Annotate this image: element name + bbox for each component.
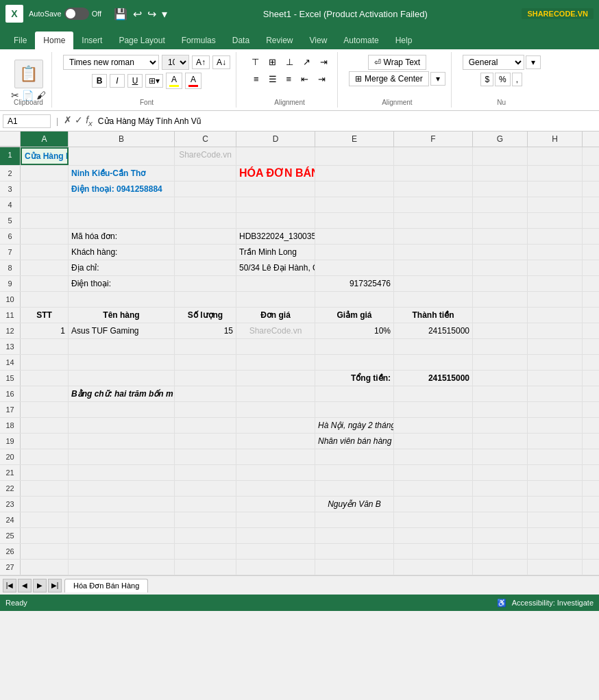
row-number[interactable]: 15 [0, 371, 21, 386]
cell-10-f[interactable] [394, 292, 473, 307]
row-number[interactable]: 10 [0, 292, 21, 307]
cell-21-d[interactable] [236, 465, 315, 480]
cell-1-c[interactable]: ShareCode.vn [175, 147, 236, 165]
cell-9-c[interactable] [175, 276, 236, 291]
row-number[interactable]: 4 [0, 197, 21, 212]
cell-1-g[interactable] [473, 147, 528, 165]
row-number[interactable]: 21 [0, 465, 21, 480]
cell-17-b[interactable] [69, 402, 175, 417]
cell-1-h[interactable] [528, 147, 583, 165]
row-number[interactable]: 12 [0, 323, 21, 338]
cell-10-h[interactable] [528, 292, 583, 307]
cell-3-c[interactable] [175, 182, 236, 197]
cell-16-c[interactable] [175, 386, 236, 401]
cell-16-d[interactable] [236, 386, 315, 401]
save-btn[interactable]: 💾 [112, 6, 129, 22]
cell-11-b[interactable]: Tên hàng [69, 308, 175, 323]
cell-9-b[interactable]: Điện thoại: [69, 276, 175, 291]
cell-27-h[interactable] [528, 560, 583, 575]
cell-23-b[interactable] [69, 497, 175, 512]
cell-6-b[interactable]: Mã hóa đơn: [69, 229, 175, 244]
cell-11-h[interactable] [528, 308, 583, 323]
col-header-b[interactable]: B [69, 132, 175, 147]
cell-22-b[interactable] [69, 481, 175, 496]
col-header-c[interactable]: C [175, 132, 236, 147]
cell-13-d[interactable] [236, 339, 315, 354]
confirm-formula-icon[interactable]: ✓ [75, 114, 83, 127]
row-number[interactable]: 3 [0, 182, 21, 197]
cell-11-g[interactable] [473, 308, 528, 323]
cell-20-d[interactable] [236, 449, 315, 464]
merge-center-btn[interactable]: ⊞ Merge & Center [349, 71, 429, 86]
cell-10-a[interactable] [21, 292, 69, 307]
cell-2-b[interactable]: Ninh Kiều-Cần Thơ [69, 166, 175, 181]
italic-btn[interactable]: I [110, 74, 125, 88]
row-number[interactable]: 14 [0, 355, 21, 370]
row-number[interactable]: 7 [0, 245, 21, 260]
cell-23-c[interactable] [175, 497, 236, 512]
align-top-btn[interactable]: ⊤ [247, 55, 263, 69]
cell-18-f[interactable] [394, 418, 473, 433]
cell-5-h[interactable] [528, 213, 583, 228]
cell-25-c[interactable] [175, 528, 236, 543]
cell-18-e[interactable]: Hà Nội, ngày 2 tháng 3 năm 2024 [315, 418, 394, 433]
align-bottom-btn[interactable]: ⊥ [282, 55, 297, 69]
cell-18-g[interactable] [473, 418, 528, 433]
cell-6-g[interactable] [473, 229, 528, 244]
cell-13-g[interactable] [473, 339, 528, 354]
cell-27-c[interactable] [175, 560, 236, 575]
currency-btn[interactable]: % [495, 73, 511, 86]
tab-page-layout[interactable]: Page Layout [110, 32, 173, 49]
cell-12-a[interactable]: 1 [21, 323, 69, 338]
cell-23-g[interactable] [473, 497, 528, 512]
cell-19-d[interactable] [236, 434, 315, 449]
cell-25-f[interactable] [394, 528, 473, 543]
cell-14-c[interactable] [175, 355, 236, 370]
cell-2-d[interactable]: HÓA ĐƠN BÁN [236, 166, 315, 181]
col-header-a[interactable]: A [21, 132, 69, 147]
row-number[interactable]: 19 [0, 434, 21, 449]
cell-4-b[interactable] [69, 197, 175, 212]
cell-21-h[interactable] [528, 465, 583, 480]
cell-20-h[interactable] [528, 449, 583, 464]
cell-6-e[interactable] [315, 229, 394, 244]
row-number[interactable]: 18 [0, 418, 21, 433]
cell-26-c[interactable] [175, 544, 236, 559]
tab-review[interactable]: Review [258, 32, 301, 49]
cell-10-g[interactable] [473, 292, 528, 307]
bold-btn[interactable]: B [92, 74, 107, 88]
cell-7-c[interactable] [175, 245, 236, 260]
tab-help[interactable]: Help [387, 32, 421, 49]
cell-14-f[interactable] [394, 355, 473, 370]
fill-color-btn[interactable]: A [166, 73, 182, 89]
cell-15-d[interactable] [236, 371, 315, 386]
cell-6-a[interactable] [21, 229, 69, 244]
font-name-select[interactable]: Times new roman [63, 55, 159, 70]
cell-14-e[interactable] [315, 355, 394, 370]
cell-11-f[interactable]: Thành tiền [394, 308, 473, 323]
cell-27-a[interactable] [21, 560, 69, 575]
align-middle-btn[interactable]: ⊞ [265, 55, 280, 69]
cell-18-b[interactable] [69, 418, 175, 433]
cell-5-d[interactable] [236, 213, 315, 228]
sheet-tab-hoadon[interactable]: Hóa Đơn Bán Hàng [64, 579, 148, 592]
align-center-btn[interactable]: ☰ [265, 72, 281, 86]
tab-formulas[interactable]: Formulas [173, 32, 224, 49]
row-number[interactable]: 11 [0, 308, 21, 323]
col-header-f[interactable]: F [394, 132, 473, 147]
cell-20-f[interactable] [394, 449, 473, 464]
cell-2-c[interactable] [175, 166, 236, 181]
indent-btn[interactable]: ⇥ [316, 55, 332, 69]
cell-7-e[interactable] [315, 245, 394, 260]
cell-24-h[interactable] [528, 512, 583, 527]
tab-file[interactable]: File [5, 32, 35, 49]
cell-25-e[interactable] [315, 528, 394, 543]
cell-17-d[interactable] [236, 402, 315, 417]
cell-13-b[interactable] [69, 339, 175, 354]
cell-18-c[interactable] [175, 418, 236, 433]
cell-15-g[interactable] [473, 371, 528, 386]
tab-insert[interactable]: Insert [73, 32, 110, 49]
cell-26-f[interactable] [394, 544, 473, 559]
cell-22-e[interactable] [315, 481, 394, 496]
cell-4-a[interactable] [21, 197, 69, 212]
